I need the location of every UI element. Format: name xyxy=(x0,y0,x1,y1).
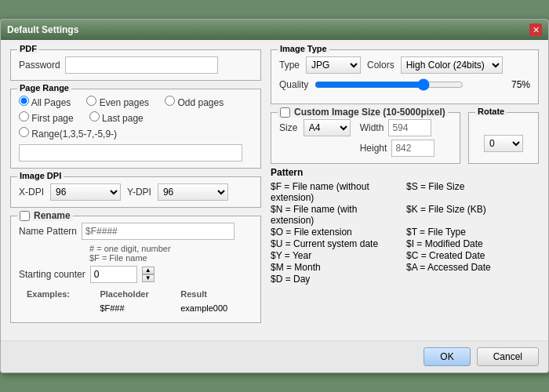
rotate-label: Rotate xyxy=(475,107,507,116)
rename-checkbox[interactable] xyxy=(20,211,30,221)
dpi-row: X-DPI 96 72150200300 Y-DPI 96 7215020030… xyxy=(19,183,253,201)
custom-size-checkbox[interactable] xyxy=(280,107,290,118)
page-range-label: Page Range xyxy=(17,83,71,93)
xdpi-label: X-DPI xyxy=(19,187,44,198)
name-pattern-label: Name Pattern xyxy=(19,226,77,237)
cancel-button[interactable]: Cancel xyxy=(477,347,539,366)
dialog-window: Default Settings ✕ PDF Password Page Ran… xyxy=(0,19,549,373)
left-column: PDF Password Page Range All Pages Even p… xyxy=(10,49,261,331)
rotate-select[interactable]: 090180270 xyxy=(484,135,523,152)
close-button[interactable]: ✕ xyxy=(529,24,542,36)
size-rotate-row: Custom Image Size (10-5000pixel) Size A4… xyxy=(271,112,539,164)
wh-group: Width Height xyxy=(360,119,435,157)
radio-row-3: Range(1,3,5-7,-5,9-) xyxy=(19,127,253,140)
pattern-item-1-desc: $K = File Size (KB) xyxy=(406,204,539,226)
rename-checkbox-label[interactable]: Rename xyxy=(20,210,71,221)
name-pattern-input[interactable] xyxy=(82,223,235,240)
even-pages-option[interactable]: Even pages xyxy=(86,96,149,108)
colors-label: Colors xyxy=(367,60,394,71)
image-dpi-label: Image DPI xyxy=(17,171,64,180)
range-input[interactable] xyxy=(19,144,242,162)
password-label: Password xyxy=(19,60,60,71)
counter-spinner: ▲ ▼ xyxy=(142,267,155,282)
all-pages-radio[interactable] xyxy=(19,96,29,106)
even-pages-radio[interactable] xyxy=(86,96,96,106)
quality-slider-container xyxy=(314,78,505,91)
pattern-item-2-code: $O = File extension xyxy=(271,227,403,238)
example-result: example000 xyxy=(174,302,251,314)
placeholder-col-header: Placeholder xyxy=(93,288,173,300)
odd-pages-option[interactable]: Odd pages xyxy=(165,96,224,108)
example-placeholder: $F### xyxy=(93,302,173,314)
counter-up-button[interactable]: ▲ xyxy=(142,267,155,274)
ok-button[interactable]: OK xyxy=(424,347,470,366)
password-input[interactable] xyxy=(65,56,218,74)
pattern-item-5-desc: $A = Accessed Date xyxy=(406,262,539,273)
type-label: Type xyxy=(279,60,300,71)
range-radio[interactable] xyxy=(19,127,29,137)
rotate-box: Rotate 090180270 xyxy=(468,112,539,164)
counter-down-button[interactable]: ▼ xyxy=(142,274,155,282)
type-select[interactable]: JPGPNGBMPTIFF xyxy=(306,56,361,74)
size-select-row: Size A4A3LetterCustom xyxy=(279,119,351,136)
rename-group-label: Rename xyxy=(17,210,73,221)
image-type-group: Image Type Type JPGPNGBMPTIFF Colors Hig… xyxy=(271,49,539,104)
name-pattern-row: Name Pattern xyxy=(19,223,253,240)
quality-row: Quality 75% xyxy=(279,78,530,91)
pattern-item-6-code: $D = Day xyxy=(271,274,403,285)
height-row: Height xyxy=(360,140,435,157)
hint2: $F = File name xyxy=(89,253,253,263)
all-pages-option[interactable]: All Pages xyxy=(19,96,71,108)
colors-select[interactable]: High Color (24bits) True Color (32bits) … xyxy=(401,56,503,74)
last-page-radio[interactable] xyxy=(89,111,100,122)
pattern-item-0-code: $F = File name (without extension) xyxy=(271,181,403,203)
pattern-item-5-code: $M = Month xyxy=(271,262,403,273)
pattern-item-3-desc: $I = Modified Date xyxy=(406,238,539,249)
pattern-item-2-desc: $T = File Type xyxy=(406,227,539,238)
pattern-item-3-code: $U = Current system date xyxy=(271,238,403,249)
radio-row-2: First page Last page xyxy=(19,111,253,124)
height-label: Height xyxy=(360,143,387,154)
dialog-content: PDF Password Page Range All Pages Even p… xyxy=(1,40,548,340)
width-label: Width xyxy=(360,122,384,133)
password-row: Password xyxy=(19,56,253,74)
pattern-grid: $F = File name (without extension) $S = … xyxy=(271,181,539,285)
examples-table: Examples: Placeholder Result $F### examp… xyxy=(19,286,253,316)
ydpi-select[interactable]: 96 72150200300 xyxy=(158,183,228,201)
result-col-header: Result xyxy=(174,288,251,300)
dialog-title: Default Settings xyxy=(7,24,78,35)
width-row: Width xyxy=(360,119,435,136)
quality-percent: 75% xyxy=(511,79,530,90)
width-input[interactable] xyxy=(388,119,431,136)
image-dpi-group: Image DPI X-DPI 96 72150200300 Y-DPI 96 … xyxy=(10,176,261,208)
rotate-group: Rotate 090180270 xyxy=(468,112,539,164)
pdf-group-label: PDF xyxy=(17,44,39,53)
odd-pages-radio[interactable] xyxy=(165,96,175,106)
size-select[interactable]: A4A3LetterCustom xyxy=(304,119,351,136)
ydpi-label: Y-DPI xyxy=(127,187,151,198)
size-label: Size xyxy=(279,122,297,133)
height-input[interactable] xyxy=(391,140,434,157)
first-page-radio[interactable] xyxy=(19,111,29,122)
bottom-bar: OK Cancel xyxy=(1,340,548,372)
page-range-group: Page Range All Pages Even pages Odd page… xyxy=(10,89,261,169)
first-page-option[interactable]: First page xyxy=(19,111,74,124)
last-page-option[interactable]: Last page xyxy=(89,111,144,124)
counter-label: Starting counter xyxy=(19,269,85,280)
pattern-item-1-code: $N = File name (with extension) xyxy=(271,204,403,226)
example-row: $F### example000 xyxy=(20,302,251,314)
range-option[interactable]: Range(1,3,5-7,-5,9-) xyxy=(19,127,117,140)
pattern-item-0-desc: $S = File Size xyxy=(406,181,539,203)
title-bar: Default Settings ✕ xyxy=(1,20,548,40)
pdf-group: PDF Password xyxy=(10,49,261,81)
xdpi-select[interactable]: 96 72150200300 xyxy=(50,183,121,201)
counter-input[interactable] xyxy=(90,266,137,283)
rename-group: Rename Name Pattern # = one digit, numbe… xyxy=(10,216,261,323)
quality-slider[interactable] xyxy=(314,78,464,91)
custom-size-box: Custom Image Size (10-5000pixel) Size A4… xyxy=(271,112,460,164)
pattern-item-4-code: $Y = Year xyxy=(271,250,403,261)
right-column: Image Type Type JPGPNGBMPTIFF Colors Hig… xyxy=(271,49,539,331)
custom-size-checkbox-label[interactable]: Custom Image Size (10-5000pixel) xyxy=(280,107,445,118)
rotate-inner: 090180270 xyxy=(477,135,530,152)
pattern-item-6-desc xyxy=(406,274,539,285)
